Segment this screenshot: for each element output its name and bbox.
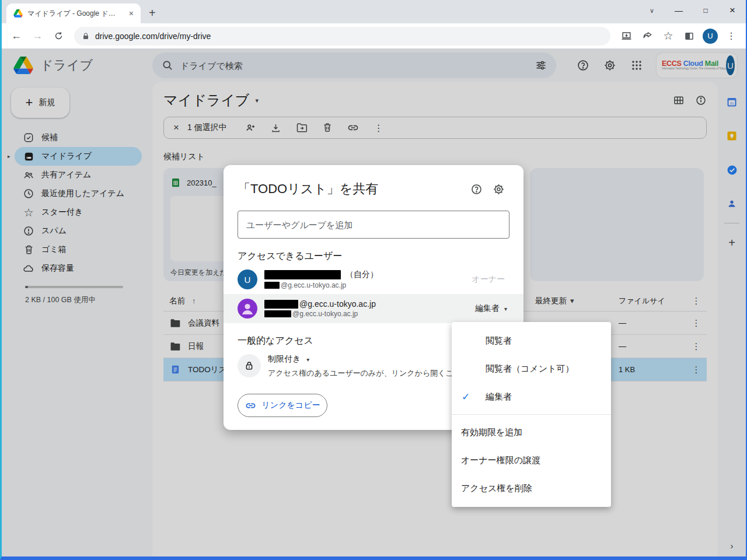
maximize-button[interactable]: □ [692, 0, 719, 21]
add-people-input[interactable] [238, 211, 509, 239]
lock-icon [238, 354, 261, 377]
redacted-editor-email [264, 310, 291, 317]
user-row-editor[interactable]: @g.ecc.u-tokyo.ac.jp @g.ecc.u-tokyo.ac.j… [224, 294, 523, 323]
browser-menu-icon[interactable]: ⋮ [722, 27, 740, 45]
copy-link-button[interactable]: リンクをコピー [238, 394, 327, 417]
check-icon: ✓ [462, 391, 470, 403]
redacted-editor-name [264, 300, 298, 309]
people-with-access-label: アクセスできるユーザー [238, 250, 509, 262]
redacted-owner-name [264, 270, 341, 279]
role-menu: 閲覧者 閲覧者（コメント可） ✓ 編集者 有効期限を追加 オーナー権限の譲渡 ア… [452, 322, 611, 507]
share-help-icon[interactable] [465, 178, 487, 200]
drive-favicon-icon [13, 9, 23, 18]
reload-button[interactable] [50, 27, 67, 45]
copy-link-label: リンクをコピー [262, 400, 320, 411]
share-dialog-title: 「TODOリスト」を共有 [238, 180, 465, 198]
browser-window: マイドライブ - Google ドライブ × + ∨ — □ × ← → dri… [0, 0, 747, 560]
install-app-icon[interactable] [617, 27, 635, 45]
drive-app: ドライブ [2, 49, 746, 556]
menu-item-commenter[interactable]: 閲覧者（コメント可） [452, 355, 611, 383]
url-text: drive.google.com/drive/my-drive [95, 32, 211, 41]
menu-item-transfer-ownership[interactable]: オーナー権限の譲渡 [452, 446, 611, 474]
new-tab-button[interactable]: + [141, 6, 164, 23]
editor-avatar [238, 299, 257, 318]
bookmark-star-icon[interactable]: ☆ [659, 27, 677, 45]
tab-search-icon[interactable]: ∨ [638, 0, 665, 21]
site-lock-icon [82, 32, 89, 40]
menu-item-editor[interactable]: ✓ 編集者 [452, 383, 611, 411]
browser-tab[interactable]: マイドライブ - Google ドライブ × [6, 4, 141, 23]
browser-toolbar: ← → drive.google.com/drive/my-drive ☆ U … [2, 23, 746, 49]
menu-item-remove-access[interactable]: アクセス権を削除 [452, 474, 611, 502]
back-button[interactable]: ← [8, 27, 25, 45]
share-page-icon[interactable] [638, 27, 656, 45]
url-bar[interactable]: drive.google.com/drive/my-drive [74, 27, 610, 46]
menu-divider [452, 414, 611, 415]
tab-title: マイドライブ - Google ドライブ [27, 9, 122, 19]
forward-button[interactable]: → [29, 27, 46, 45]
share-settings-gear-icon[interactable] [487, 178, 509, 200]
link-icon [245, 400, 256, 411]
caret-down-icon: ▾ [504, 306, 507, 312]
tab-close-icon[interactable]: × [127, 8, 136, 19]
browser-profile-avatar[interactable]: U [703, 29, 718, 44]
owner-avatar: U [238, 270, 257, 289]
redacted-owner-email [264, 282, 280, 289]
window-close-button[interactable]: × [719, 0, 746, 21]
menu-item-viewer[interactable]: 閲覧者 [452, 327, 611, 355]
editor-role-dropdown[interactable]: 編集者 ▾ [475, 303, 507, 314]
side-panel-icon[interactable] [680, 27, 698, 45]
owner-role-label: オーナー [472, 274, 505, 285]
menu-item-add-expiration[interactable]: 有効期限を追加 [452, 418, 611, 446]
tab-strip: マイドライブ - Google ドライブ × + ∨ — □ × [2, 0, 746, 23]
minimize-button[interactable]: — [665, 0, 692, 21]
user-row-owner[interactable]: U （自分） @g.ecc.u-tokyo.ac.jp オーナー [224, 265, 523, 294]
caret-down-icon: ▾ [306, 356, 309, 363]
